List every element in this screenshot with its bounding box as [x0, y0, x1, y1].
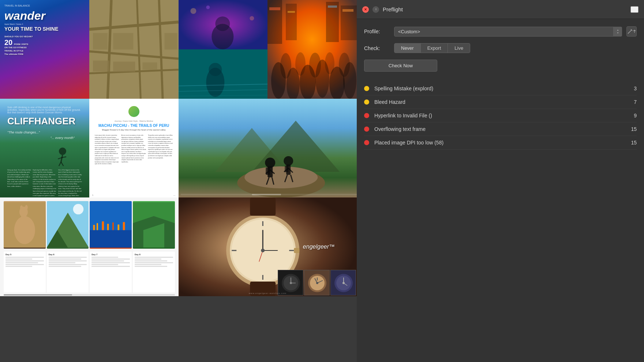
svg-line-132	[629, 30, 632, 33]
svg-rect-69	[107, 224, 109, 230]
article-scroll-h: —	[173, 194, 176, 196]
issue-item-hyperlink[interactable]: Hyperlink to Invalid File () 9	[364, 109, 637, 122]
issue-item-bleed[interactable]: Bleed Hazard 7	[364, 95, 637, 109]
watch-brand: engelgeer™	[303, 244, 335, 250]
wander-item-fitness: ON THE GO FITNESS	[4, 46, 85, 49]
svg-rect-125	[286, 4, 297, 40]
preflight-header: Preflight	[357, 0, 644, 19]
svg-point-62	[73, 204, 83, 215]
svg-point-16	[190, 8, 196, 14]
page-thumb-wander[interactable]: TRAVEL IN BALANCE wander Apple Watch / S…	[0, 0, 89, 99]
page-thumb-map[interactable]	[89, 0, 179, 99]
svg-line-27	[61, 155, 63, 162]
page-thumb-cliffhanger[interactable]: Solo cliff climbing is one of the most d…	[0, 99, 89, 197]
issue-dot-bleed	[364, 99, 369, 105]
svg-point-58	[25, 205, 28, 210]
issue-count-overflow: 15	[629, 126, 637, 132]
svg-rect-9	[142, 63, 157, 70]
svg-rect-130	[328, 5, 337, 8]
article-col-1: Lorem ipsum dolor sit amet consectetur a…	[95, 135, 120, 190]
svg-rect-11	[93, 61, 109, 72]
article-col-3: Temporibus autem quibusdam et aut offici…	[148, 135, 173, 190]
scroll-indicator	[4, 294, 175, 295]
profile-label: Profile:	[364, 29, 390, 34]
issue-item-spelling[interactable]: Spelling Mistake (explord) 3	[364, 82, 637, 95]
issue-count-hyperlink: 9	[629, 113, 637, 118]
svg-line-30	[59, 162, 61, 166]
svg-rect-7	[93, 33, 108, 49]
svg-line-31	[61, 162, 64, 166]
pause-button[interactable]	[372, 6, 379, 13]
svg-rect-10	[164, 33, 177, 49]
close-button[interactable]	[362, 6, 369, 13]
page-thumb-hikers[interactable]	[179, 99, 357, 197]
wander-number: 20	[4, 39, 12, 46]
wander-item-poise: POISE VISITS	[14, 43, 28, 45]
japan-photo-svg	[179, 0, 268, 49]
preflight-title: Preflight	[383, 6, 627, 12]
svg-rect-12	[113, 62, 135, 72]
article-col-2: At vero eos et accusamus et iusto odio d…	[121, 135, 146, 190]
check-option-never[interactable]: Never	[394, 44, 421, 53]
svg-point-57	[20, 205, 23, 210]
svg-rect-129	[288, 11, 295, 13]
check-option-live[interactable]: Live	[448, 44, 470, 53]
check-option-export[interactable]: Export	[421, 44, 448, 53]
svg-rect-126	[326, 2, 339, 42]
issue-dot-overflow	[364, 127, 369, 132]
issue-text-hyperlink: Hyperlink to Invalid File ()	[374, 113, 629, 118]
svg-point-22	[209, 63, 222, 76]
svg-point-37	[265, 158, 275, 168]
svg-rect-68	[102, 221, 104, 230]
issue-count-dpi: 15	[629, 140, 637, 146]
itinerary-photo-valley	[133, 201, 175, 249]
page-thumb-article[interactable]: Journey: Oasis Utah Style - Matcha Motil…	[89, 99, 179, 197]
article-page-num: 5	[92, 194, 93, 196]
svg-point-104	[316, 282, 318, 284]
svg-rect-52	[252, 194, 281, 195]
edit-icon	[628, 29, 633, 34]
edit-profile-button[interactable]	[626, 26, 637, 37]
itinerary-photo-coast	[90, 201, 132, 249]
issues-list: Spelling Mistake (explord) 3 Bleed Hazar…	[364, 82, 637, 150]
wander-logo: wander	[4, 10, 85, 22]
svg-rect-128	[269, 7, 280, 10]
issue-dot-hyperlink	[364, 113, 369, 118]
svg-point-121	[309, 53, 321, 78]
profile-row: Profile: <Custom> Basic Print Ready	[364, 26, 637, 37]
article-subtitle: Maggie Rowan's 6-day hike through the he…	[102, 129, 166, 131]
svg-rect-65	[90, 230, 132, 248]
itinerary-day-5: Day 5	[4, 252, 46, 293]
cliff-figure-svg	[7, 140, 82, 169]
svg-point-111	[342, 282, 345, 284]
issue-count-spelling: 3	[629, 86, 637, 91]
page-thumb-japan[interactable]	[179, 0, 268, 99]
profile-select[interactable]: <Custom> Basic Print Ready	[394, 27, 622, 37]
svg-point-123	[339, 53, 350, 77]
itinerary-photo-mountain	[47, 201, 89, 249]
crowd-svg	[267, 0, 357, 99]
issue-text-overflow: Overflowing text frame	[374, 126, 629, 132]
itinerary-day-6: Day 6	[47, 252, 89, 293]
svg-point-15	[215, 16, 230, 31]
svg-point-122	[325, 52, 334, 74]
svg-rect-70	[112, 222, 114, 230]
svg-rect-66	[93, 225, 95, 230]
issue-count-bleed: 7	[629, 99, 637, 105]
issue-item-dpi[interactable]: Placed image DPI too low (58) 15	[364, 136, 637, 150]
svg-point-119	[280, 53, 291, 79]
itinerary-photo-llama	[4, 201, 46, 249]
article-avatar	[128, 106, 139, 117]
wander-tag: TRAVEL IN BALANCE	[4, 4, 85, 7]
issue-item-overflow[interactable]: Overflowing text frame 15	[364, 122, 637, 136]
check-options: Never Export Live	[394, 43, 470, 53]
page-thumb-itinerary[interactable]: Day 5 Day 6	[0, 197, 179, 296]
page-thumb-crowd[interactable]	[267, 0, 357, 99]
check-now-button[interactable]: Check Now	[364, 60, 437, 72]
itinerary-day-7: Day 7	[90, 252, 132, 293]
menu-button[interactable]	[630, 6, 639, 13]
svg-point-18	[206, 5, 210, 9]
page-thumb-watch[interactable]: engelgeer™	[179, 197, 357, 296]
issue-dot-spelling	[364, 86, 369, 91]
preflight-body: Profile: <Custom> Basic Print Ready	[357, 19, 644, 362]
